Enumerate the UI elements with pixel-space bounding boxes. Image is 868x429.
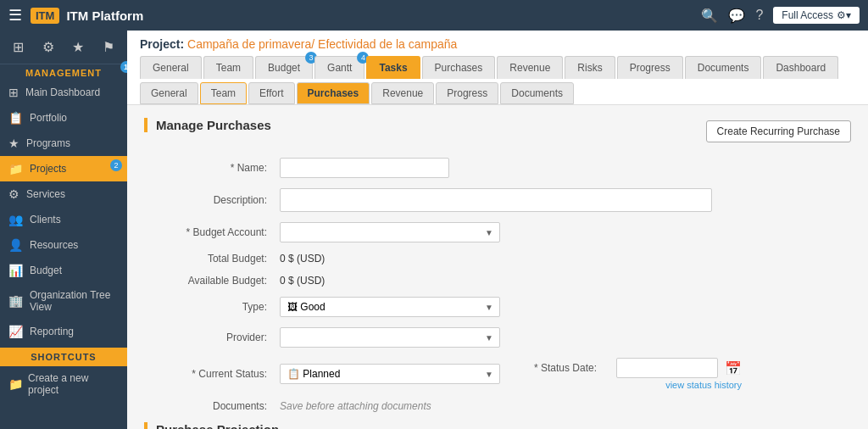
sidebar-item-services[interactable]: ⚙ Services bbox=[0, 181, 127, 207]
status-date-label: * Status Date: bbox=[534, 362, 609, 374]
available-budget-value: 0 $ (USD) bbox=[280, 275, 325, 287]
documents-label: Documents: bbox=[144, 400, 280, 412]
topbar-logo: ITM bbox=[31, 8, 59, 24]
sidebar-item-budget[interactable]: 📊 Budget bbox=[0, 258, 127, 283]
form-row-status: * Current Status: 📋 Planned * Status Dat… bbox=[144, 358, 851, 390]
reporting-icon: 📈 bbox=[8, 325, 23, 338]
current-status-select[interactable]: 📋 Planned bbox=[280, 364, 500, 384]
sidebar-label-services: Services bbox=[26, 188, 65, 200]
tab-revenue[interactable]: Revenue bbox=[497, 56, 563, 79]
sidebar-management-label: MANAGEMENT 1 bbox=[0, 64, 127, 80]
type-label: Type: bbox=[144, 301, 280, 313]
sub-tab-revenue[interactable]: Revenue bbox=[371, 82, 434, 104]
sidebar-label-resources: Resources bbox=[30, 239, 78, 251]
access-gear-icon: ⚙▾ bbox=[837, 9, 851, 21]
form-row-description: Description: bbox=[144, 188, 851, 212]
sub-tab-effort[interactable]: Effort bbox=[248, 82, 294, 104]
tab-gantt[interactable]: Gantt 4 bbox=[314, 56, 364, 79]
project-header: Project: Campaña de primavera/ Efectivid… bbox=[127, 31, 868, 105]
chat-icon[interactable]: 💬 bbox=[728, 8, 745, 24]
description-label: Description: bbox=[144, 194, 280, 206]
name-label: * Name: bbox=[144, 162, 280, 174]
sub-tab-progress[interactable]: Progress bbox=[436, 82, 498, 104]
budget-account-select[interactable] bbox=[280, 222, 500, 242]
sidebar-icon-settings[interactable]: ⚙ bbox=[39, 37, 58, 57]
project-label: Project: bbox=[140, 37, 184, 51]
documents-value: Save before attaching documents bbox=[280, 400, 431, 412]
name-input[interactable] bbox=[280, 158, 449, 178]
section-title-manage-purchases: Manage Purchases bbox=[144, 118, 271, 132]
help-icon[interactable]: ? bbox=[755, 8, 763, 23]
type-select-wrapper: 🖼 Good bbox=[280, 297, 500, 317]
tab-budget[interactable]: Budget 3 bbox=[255, 56, 313, 79]
topbar-title: ITM Platform bbox=[66, 8, 143, 23]
form-area: Manage Purchases Create Recurring Purcha… bbox=[127, 105, 868, 429]
management-badge: 1 bbox=[120, 61, 127, 73]
status-date-section: * Status Date: 📅 view status history bbox=[534, 358, 742, 390]
project-name: Campaña de primavera/ Efectividad de la … bbox=[187, 37, 457, 51]
available-budget-label: Available Budget: bbox=[144, 275, 280, 287]
provider-select[interactable] bbox=[280, 327, 500, 348]
section-title-purchase-projection: Purchase Projection bbox=[144, 422, 851, 429]
sidebar-label-main-dashboard: Main Dashboard bbox=[25, 86, 100, 98]
form-row-provider: Provider: bbox=[144, 327, 851, 348]
budget-account-select-wrapper bbox=[280, 222, 500, 242]
sub-tab-team[interactable]: Team bbox=[200, 82, 247, 104]
form-row-budget-account: * Budget Account: bbox=[144, 222, 851, 242]
monitor-icon: ⊞ bbox=[8, 86, 19, 99]
type-select[interactable]: 🖼 Good bbox=[280, 297, 500, 317]
total-budget-label: Total Budget: bbox=[144, 253, 280, 265]
description-input[interactable] bbox=[280, 188, 712, 212]
tab-purchases[interactable]: Purchases bbox=[422, 56, 496, 79]
main-layout: ⊞ ⚙ ★ ⚑ MANAGEMENT 1 ⊞ Main Dashboard 📋 … bbox=[0, 31, 868, 429]
current-status-label: * Current Status: bbox=[144, 368, 280, 380]
status-date-input[interactable] bbox=[616, 358, 718, 378]
tab-documents[interactable]: Documents bbox=[685, 56, 762, 79]
create-recurring-purchase-button[interactable]: Create Recurring Purchase bbox=[706, 120, 851, 142]
sidebar-label-programs: Programs bbox=[26, 137, 70, 149]
shortcuts-label: SHORTCUTS bbox=[0, 348, 127, 366]
form-row-total-budget: Total Budget: 0 $ (USD) bbox=[144, 253, 851, 265]
sidebar-label-org-tree: Organization Tree View bbox=[30, 289, 119, 313]
sub-tab-general[interactable]: General bbox=[140, 82, 198, 104]
tab-risks[interactable]: Risks bbox=[565, 56, 615, 79]
sidebar-icon-monitor[interactable]: ⊞ bbox=[9, 37, 27, 57]
menu-icon[interactable]: ☰ bbox=[8, 6, 22, 25]
shortcut-create-project[interactable]: 📁 Create a new project bbox=[0, 366, 127, 402]
tab-progress[interactable]: Progress bbox=[617, 56, 683, 79]
sub-tab-documents[interactable]: Documents bbox=[500, 82, 574, 104]
create-project-icon: 📁 bbox=[8, 377, 23, 391]
full-access-button[interactable]: Full Access ⚙▾ bbox=[773, 7, 860, 24]
calendar-icon[interactable]: 📅 bbox=[725, 360, 742, 376]
projects-icon: 📁 bbox=[8, 162, 23, 176]
sidebar-label-clients: Clients bbox=[30, 214, 61, 226]
tab-team[interactable]: Team bbox=[203, 56, 253, 79]
tab-dashboard[interactable]: Dashboard bbox=[763, 56, 838, 79]
programs-icon: ★ bbox=[8, 136, 19, 150]
sidebar-item-org-tree[interactable]: 🏢 Organization Tree View bbox=[0, 283, 127, 319]
total-budget-value: 0 $ (USD) bbox=[280, 253, 325, 265]
sidebar-icon-flag[interactable]: ⚑ bbox=[99, 37, 118, 57]
shortcut-create-project-label: Create a new project bbox=[28, 372, 119, 396]
budget-icon: 📊 bbox=[8, 264, 23, 277]
sidebar-item-programs[interactable]: ★ Programs bbox=[0, 131, 127, 156]
resources-icon: 👤 bbox=[8, 238, 23, 252]
clients-icon: 👥 bbox=[8, 213, 23, 226]
sidebar-item-portfolio[interactable]: 📋 Portfolio bbox=[0, 105, 127, 131]
sidebar-icon-star[interactable]: ★ bbox=[69, 37, 87, 57]
tab-tasks[interactable]: Tasks bbox=[366, 56, 420, 79]
tab-general[interactable]: General bbox=[140, 56, 202, 79]
sidebar-label-budget: Budget bbox=[30, 265, 62, 276]
main-tabs: General Team Budget 3 Gantt 4 Tasks Purc… bbox=[140, 56, 855, 79]
view-status-history-link[interactable]: view status history bbox=[665, 380, 742, 390]
sidebar-item-main-dashboard[interactable]: ⊞ Main Dashboard bbox=[0, 80, 127, 105]
sub-tab-purchases[interactable]: Purchases bbox=[297, 82, 370, 104]
sidebar-item-clients[interactable]: 👥 Clients bbox=[0, 207, 127, 232]
provider-select-wrapper bbox=[280, 327, 500, 348]
sidebar: ⊞ ⚙ ★ ⚑ MANAGEMENT 1 ⊞ Main Dashboard 📋 … bbox=[0, 31, 127, 429]
sidebar-item-resources[interactable]: 👤 Resources bbox=[0, 232, 127, 258]
search-icon[interactable]: 🔍 bbox=[701, 8, 718, 24]
topbar: ☰ ITM ITM Platform 🔍 💬 ? Full Access ⚙▾ bbox=[0, 0, 868, 31]
sidebar-item-reporting[interactable]: 📈 Reporting bbox=[0, 319, 127, 344]
sidebar-item-projects[interactable]: 📁 Projects 2 bbox=[0, 156, 127, 181]
